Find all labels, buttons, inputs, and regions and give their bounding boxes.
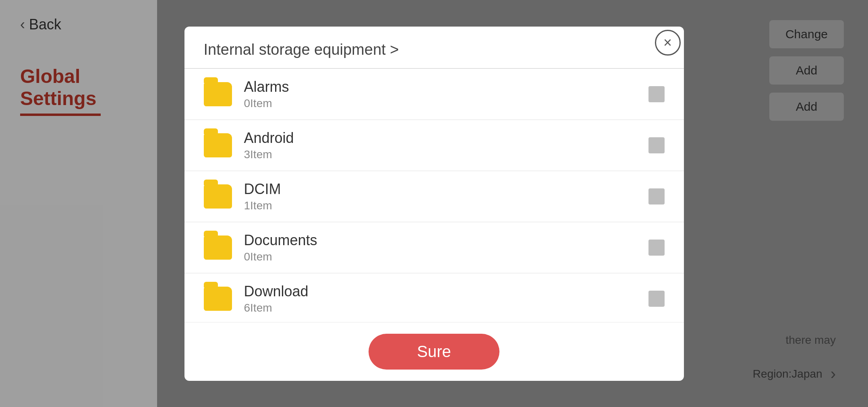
folder-name-android: Android <box>244 130 648 147</box>
folder-info-documents: Documents 0Item <box>244 232 648 263</box>
folder-name-documents: Documents <box>244 232 648 249</box>
folder-checkbox-android[interactable] <box>648 137 665 153</box>
close-button[interactable]: × <box>655 30 681 56</box>
folder-picker-modal: Internal storage equipment > × Alarms 0I… <box>184 27 684 381</box>
folder-count-dcim: 1Item <box>244 199 648 212</box>
folder-icon-download <box>204 287 232 311</box>
folder-info-dcim: DCIM 1Item <box>244 181 648 212</box>
folder-item-alarms[interactable]: Alarms 0Item <box>184 69 684 120</box>
modal-footer: Sure <box>184 322 684 381</box>
folder-info-alarms: Alarms 0Item <box>244 79 648 110</box>
folder-item-download[interactable]: Download 6Item <box>184 273 684 322</box>
folder-icon-dcim <box>204 184 232 209</box>
folder-count-documents: 0Item <box>244 250 648 263</box>
folder-item-android[interactable]: Android 3Item <box>184 120 684 171</box>
folder-name-alarms: Alarms <box>244 79 648 95</box>
folder-checkbox-dcim[interactable] <box>648 188 665 205</box>
folder-info-download: Download 6Item <box>244 283 648 314</box>
folder-item-dcim[interactable]: DCIM 1Item <box>184 171 684 222</box>
folder-icon-alarms <box>204 82 232 106</box>
modal-overlay: Internal storage equipment > × Alarms 0I… <box>0 0 868 407</box>
folder-icon-android <box>204 133 232 157</box>
folder-count-alarms: 0Item <box>244 97 648 110</box>
folder-name-dcim: DCIM <box>244 181 648 198</box>
modal-body: Alarms 0Item Android 3Item DCIM 1Item <box>184 69 684 322</box>
folder-info-android: Android 3Item <box>244 130 648 161</box>
folder-checkbox-download[interactable] <box>648 291 665 307</box>
folder-checkbox-documents[interactable] <box>648 240 665 256</box>
sure-button[interactable]: Sure <box>369 334 499 370</box>
folder-count-download: 6Item <box>244 302 648 314</box>
folder-item-documents[interactable]: Documents 0Item <box>184 222 684 273</box>
folder-name-download: Download <box>244 283 648 300</box>
folder-checkbox-alarms[interactable] <box>648 86 665 102</box>
folder-icon-documents <box>204 236 232 260</box>
modal-title: Internal storage equipment > <box>204 41 399 58</box>
folder-count-android: 3Item <box>244 148 648 161</box>
modal-header: Internal storage equipment > × <box>184 27 684 69</box>
